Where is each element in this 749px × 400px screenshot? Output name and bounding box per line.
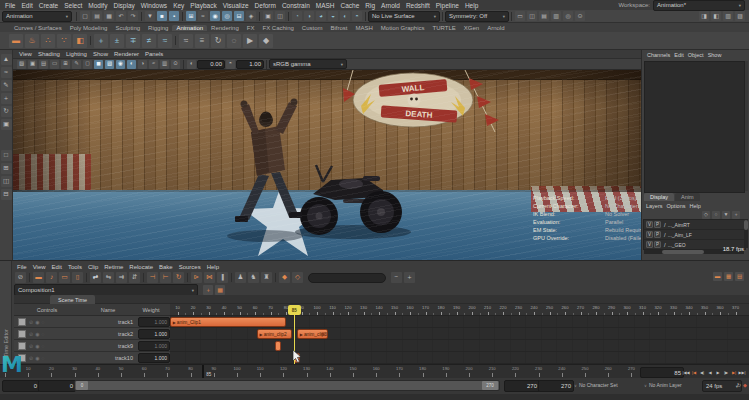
layer-visibility-toggle[interactable]: V [646,241,653,248]
razor-edit-mode-icon[interactable]: ⇵ [129,272,140,283]
menu-arnold[interactable]: Arnold [378,2,403,9]
graph-editor-icon[interactable]: ≈ [179,34,193,48]
track-solo-icon[interactable]: ◉ [35,331,39,337]
track-ghost-icon[interactable]: ◌ [42,343,45,349]
shelf-tab-bifrost[interactable]: Bifrost [327,25,352,31]
textured-icon[interactable]: ▨ [105,60,114,69]
menu-windows[interactable]: Windows [138,2,170,9]
time-slider-ruler[interactable]: 0102030405060708090100110120130140150160… [0,365,638,379]
split-clip-icon[interactable]: ⊢ [160,272,171,283]
track-mute-icon[interactable]: ⊘ [29,331,33,337]
menu-mash[interactable]: MASH [313,2,338,9]
set-key-icon[interactable]: ＋ [94,34,108,48]
redo-icon[interactable]: ↷ [128,11,138,21]
layer-list-scrollbar[interactable] [744,219,748,248]
character-set-dropdown[interactable]: ∨ No Character Set [574,382,618,388]
te-preferences-icon[interactable]: ▤ [735,272,744,281]
track-mute-icon[interactable]: ⊘ [29,343,33,349]
gamma-field[interactable]: 1.00 [236,60,264,69]
track-weight-field[interactable]: 1.000 [138,353,170,363]
select-tool-icon[interactable]: ▲ [1,54,12,65]
render-current-frame-icon[interactable]: ◑ [304,11,314,21]
image-plane-icon[interactable]: ▤ [39,60,48,69]
channel-box-menu-object[interactable]: Object [686,52,706,58]
channel-box-scrollbar[interactable] [745,61,748,191]
set-key-translate-icon[interactable]: ≠ [142,34,156,48]
2d-pan-zoom-icon[interactable]: ⊞ [61,60,70,69]
menu-select[interactable]: Select [61,2,85,9]
colorspace-dropdown[interactable]: sRGB gamma ▾ [269,59,347,69]
shelf-tab-sculpting[interactable]: Sculpting [111,25,144,31]
persp-outliner-layout-icon[interactable]: ◫ [1,176,12,187]
scale-tool-icon[interactable]: ▣ [1,119,12,130]
animation-clip[interactable]: ▶anim_clip3⊗ [297,329,328,339]
layer-playback-toggle[interactable]: P [654,221,661,228]
shelf-tab-rigging[interactable]: Rigging [144,25,172,31]
undo-icon[interactable]: ↶ [116,11,126,21]
select-component-icon[interactable]: ▪ [169,11,179,21]
bookmark-icon[interactable]: ▭ [50,60,59,69]
layer-editor-tab-display[interactable]: Display [644,193,674,201]
shelf-tab-fx-caching[interactable]: FX Caching [258,25,297,31]
mute-all-tracks-icon[interactable]: ⊘ [15,272,26,283]
xray-icon[interactable]: ▥ [160,60,169,69]
ipr-render-icon[interactable]: ◕ [316,11,326,21]
animation-clip[interactable]: ▶anim_Clip1 [170,317,286,327]
snap-grid-icon[interactable]: ⊞ [186,11,196,21]
set-zero-key-te-icon[interactable]: ◇ [292,272,303,283]
time-editor-ruler[interactable]: 1020304050607080901001101201301401501601… [170,304,749,316]
anim-layer-dropdown[interactable]: ∨ No Anim Layer [644,382,682,388]
current-time-marker[interactable] [202,365,204,379]
shelf-tab-rendering[interactable]: Rendering [207,25,243,31]
snap-view-plane-icon[interactable]: ⊟ [234,11,244,21]
track-weight-field[interactable]: 1.000 [138,341,170,351]
snap-point-icon[interactable]: ◉ [210,11,220,21]
exposure-field[interactable]: 0.00 [197,60,225,69]
track-row[interactable]: ⊘◉◌track91.000 [14,340,170,352]
soft-select-icon[interactable]: ▭ [515,11,525,21]
menu-cache[interactable]: Cache [338,2,363,9]
modeling-toolkit-toggle-icon[interactable]: ▨ [735,11,745,21]
character-solo-icon[interactable]: ♟ [235,272,246,283]
use-all-lights-icon[interactable]: ◉ [116,60,125,69]
scene-time-tab[interactable]: Scene Time [50,295,95,304]
pivot-icon[interactable]: ⊙ [575,11,585,21]
open-render-view-icon[interactable]: ◔ [292,11,302,21]
select-camera-icon[interactable]: ▧ [17,60,26,69]
range-slider-bar[interactable]: 0 270 [74,380,500,391]
menu-visualize[interactable]: Visualize [220,2,252,9]
layer-menu-layers[interactable]: Layers [644,203,665,209]
go-to-next-key-button[interactable]: ▶| [730,367,738,377]
menu-display[interactable]: Display [110,2,137,9]
motion-trail-icon[interactable]: ↻ [211,34,225,48]
symmetry-dropdown[interactable]: Symmetry: Off ▾ [445,11,509,22]
shelf-particles-icon[interactable]: ∴ [41,34,55,48]
new-scene-icon[interactable]: ▢ [80,11,90,21]
lock-camera-icon[interactable]: ▣ [28,60,37,69]
character-mute-icon[interactable]: ♞ [248,272,259,283]
channel-box-toggle-icon[interactable]: ▥ [723,11,733,21]
track-lane[interactable] [170,352,749,364]
playback-start-field[interactable]: 0 [38,380,76,392]
track-row[interactable]: ⊘◉◌track21.000 [14,328,170,340]
viewport-menu-renderer[interactable]: Renderer [111,51,142,57]
viewport-menu-lighting[interactable]: Lighting [63,51,90,57]
track-solo-icon[interactable]: ◉ [35,343,39,349]
hypershade-icon[interactable]: ◐ [340,11,350,21]
play-backwards-button[interactable]: ◀ [706,367,714,377]
shelf-tab-curves-surfaces[interactable]: Curves / Surfaces [10,25,66,31]
hypershade-persp-layout-icon[interactable]: ⊟ [1,189,12,200]
animation-clip[interactable]: ▶anim_clip2 [257,329,293,339]
animation-start-field[interactable]: 0 [2,380,40,392]
track-enable-checkbox[interactable] [18,330,26,338]
time-editor-menu-help[interactable]: Help [204,264,222,270]
lock-selection-icon[interactable]: ▣ [263,11,273,21]
time-editor-menu-retime[interactable]: Retime [101,264,126,270]
playblast-icon[interactable]: ▶ [243,34,257,48]
rotate-tool-icon[interactable]: ↻ [1,106,12,117]
single-pane-layout-icon[interactable]: □ [1,150,12,161]
track-weight-field[interactable]: 1.000 [138,317,170,327]
menu-constrain[interactable]: Constrain [279,2,313,9]
select-hierarchy-icon[interactable]: ▼ [145,11,155,21]
menu-create[interactable]: Create [36,2,62,9]
